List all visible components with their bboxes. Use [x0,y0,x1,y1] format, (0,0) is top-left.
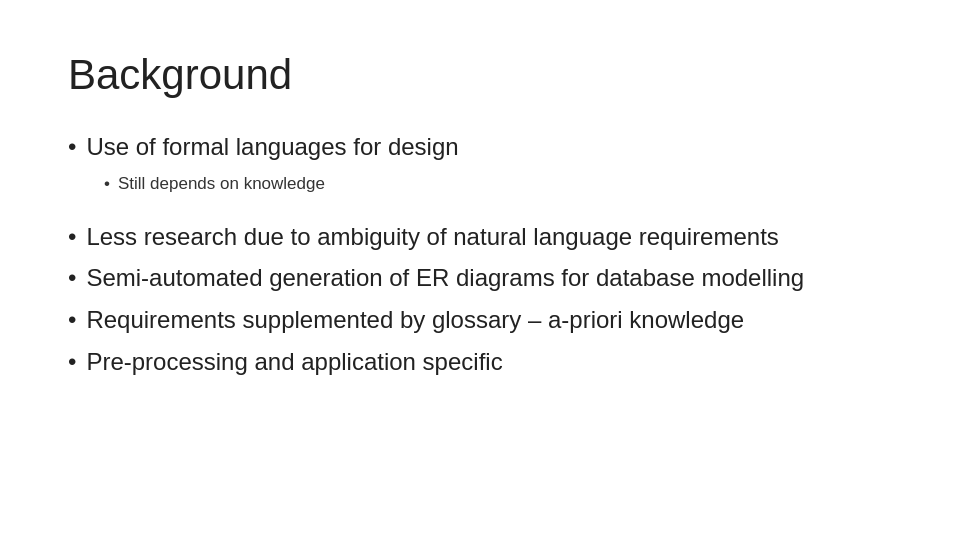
bullet-3: • Semi-automated generation of ER diagra… [68,261,892,295]
bullet-1-sub-1-text: Still depends on knowledge [118,172,325,196]
bullet-1: • Use of formal languages for design [68,130,892,164]
bullet-2-dot: • [68,220,76,254]
bullet-2-text: Less research due to ambiguity of natura… [86,220,778,254]
bullet-4-dot: • [68,303,76,337]
bullet-5-dot: • [68,345,76,379]
slide: Background • Use of formal languages for… [0,0,960,540]
bullet-4-text: Requirements supplemented by glossary – … [86,303,744,337]
bullet-1-text: Use of formal languages for design [86,130,458,164]
bullet-5: • Pre-processing and application specifi… [68,345,892,379]
bullet-3-dot: • [68,261,76,295]
bullet-1-sub-1: • Still depends on knowledge [104,172,892,196]
bullet-2: • Less research due to ambiguity of natu… [68,220,892,254]
bullet-5-text: Pre-processing and application specific [86,345,502,379]
bullet-3-text: Semi-automated generation of ER diagrams… [86,261,804,295]
bullet-4: • Requirements supplemented by glossary … [68,303,892,337]
bullet-1-dot: • [68,130,76,164]
slide-title: Background [68,50,892,100]
spacer-1 [68,210,892,214]
bullet-1-sub-1-dot: • [104,172,110,196]
content-area: • Use of formal languages for design • S… [68,130,892,380]
